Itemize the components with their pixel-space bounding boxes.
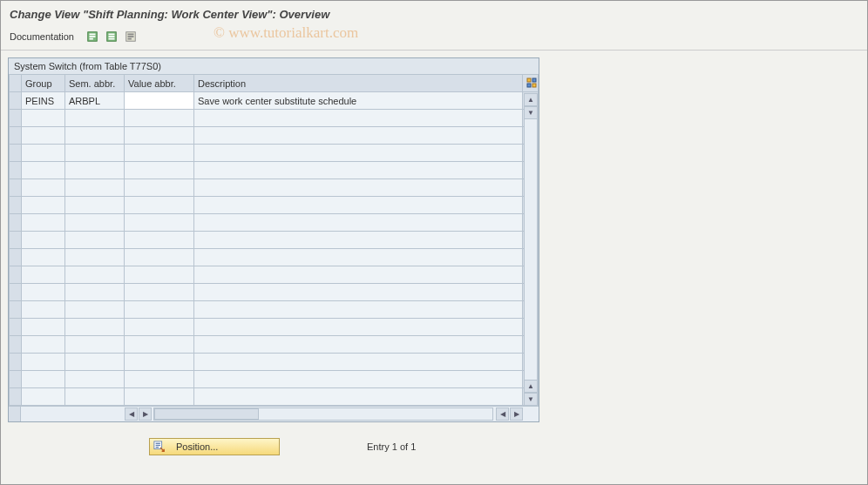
cell-description[interactable] bbox=[194, 145, 523, 162]
cell-value-abbr[interactable] bbox=[125, 301, 194, 319]
hscroll-thumb[interactable] bbox=[154, 408, 259, 420]
cell-description[interactable] bbox=[194, 388, 523, 406]
cell-group[interactable] bbox=[22, 145, 65, 162]
cell-group[interactable] bbox=[22, 371, 65, 388]
toolbar-icon-1[interactable] bbox=[85, 29, 100, 44]
vscroll-track[interactable] bbox=[524, 119, 538, 380]
row-selector[interactable] bbox=[10, 110, 22, 127]
cell-group[interactable] bbox=[22, 249, 65, 266]
cell-value-abbr[interactable] bbox=[125, 371, 194, 388]
cell-value-abbr[interactable] bbox=[125, 197, 194, 214]
cell-group[interactable] bbox=[22, 127, 65, 145]
row-selector-header[interactable] bbox=[10, 75, 22, 92]
cell-group[interactable] bbox=[22, 319, 65, 336]
cell-description[interactable] bbox=[194, 336, 523, 354]
row-selector[interactable] bbox=[10, 249, 22, 266]
scroll-right-step-icon[interactable]: ▶ bbox=[139, 408, 152, 421]
cell-value-abbr[interactable] bbox=[125, 92, 194, 110]
cell-sem-abbr[interactable] bbox=[65, 127, 125, 145]
table-row-empty[interactable] bbox=[10, 388, 539, 406]
cell-description[interactable] bbox=[194, 371, 523, 388]
cell-value-abbr[interactable] bbox=[125, 145, 194, 162]
table-row-empty[interactable] bbox=[10, 162, 539, 179]
cell-description[interactable] bbox=[194, 214, 523, 232]
position-button[interactable]: Position... bbox=[149, 438, 280, 455]
row-selector[interactable] bbox=[10, 92, 22, 110]
table-row-empty[interactable] bbox=[10, 354, 539, 371]
hscroll-track[interactable] bbox=[153, 408, 493, 421]
scroll-left-step-icon[interactable]: ◀ bbox=[496, 408, 509, 421]
cell-sem-abbr[interactable] bbox=[65, 371, 125, 388]
cell-sem-abbr[interactable] bbox=[65, 354, 125, 371]
row-selector[interactable] bbox=[10, 197, 22, 214]
cell-value-abbr[interactable] bbox=[125, 179, 194, 197]
table-row-empty[interactable] bbox=[10, 197, 539, 214]
cell-description[interactable] bbox=[194, 179, 523, 197]
col-header-description[interactable]: Description bbox=[194, 75, 523, 92]
scroll-left-icon[interactable]: ◀ bbox=[125, 408, 138, 421]
col-header-value-abbr[interactable]: Value abbr. bbox=[125, 75, 194, 92]
row-selector[interactable] bbox=[10, 179, 22, 197]
vertical-scrollbar[interactable]: ▲ ▼ ▲ ▼ bbox=[524, 93, 538, 406]
table-row-empty[interactable] bbox=[10, 371, 539, 388]
toolbar-icon-2[interactable] bbox=[104, 29, 119, 44]
cell-sem-abbr[interactable] bbox=[65, 162, 125, 179]
table-row-empty[interactable] bbox=[10, 232, 539, 249]
row-selector[interactable] bbox=[10, 371, 22, 388]
cell-sem-abbr[interactable] bbox=[65, 388, 125, 406]
cell-description[interactable] bbox=[194, 284, 523, 301]
cell-value-abbr[interactable] bbox=[125, 388, 194, 406]
cell-group[interactable] bbox=[22, 266, 65, 284]
row-selector[interactable] bbox=[10, 336, 22, 354]
cell-description[interactable] bbox=[194, 319, 523, 336]
table-row-empty[interactable] bbox=[10, 127, 539, 145]
cell-value-abbr[interactable] bbox=[125, 162, 194, 179]
row-selector[interactable] bbox=[10, 354, 22, 371]
scroll-up-step-icon[interactable]: ▲ bbox=[524, 380, 538, 393]
cell-description[interactable] bbox=[194, 249, 523, 266]
table-config-icon[interactable] bbox=[523, 75, 539, 92]
row-selector[interactable] bbox=[10, 127, 22, 145]
cell-sem-abbr[interactable] bbox=[65, 266, 125, 284]
cell-sem-abbr[interactable] bbox=[65, 145, 125, 162]
row-selector[interactable] bbox=[10, 266, 22, 284]
cell-value-abbr[interactable] bbox=[125, 110, 194, 127]
scroll-right-icon[interactable]: ▶ bbox=[510, 408, 523, 421]
value-abbr-input[interactable] bbox=[125, 92, 193, 109]
cell-value-abbr[interactable] bbox=[125, 127, 194, 145]
row-selector[interactable] bbox=[10, 162, 22, 179]
cell-group[interactable] bbox=[22, 388, 65, 406]
cell-sem-abbr[interactable]: ARBPL bbox=[65, 92, 125, 110]
row-selector[interactable] bbox=[10, 232, 22, 249]
documentation-label[interactable]: Documentation bbox=[10, 31, 74, 42]
table-row-empty[interactable] bbox=[10, 319, 539, 336]
cell-value-abbr[interactable] bbox=[125, 232, 194, 249]
cell-sem-abbr[interactable] bbox=[65, 301, 125, 319]
cell-value-abbr[interactable] bbox=[125, 214, 194, 232]
cell-group[interactable] bbox=[22, 336, 65, 354]
cell-description[interactable] bbox=[194, 232, 523, 249]
cell-value-abbr[interactable] bbox=[125, 284, 194, 301]
cell-sem-abbr[interactable] bbox=[65, 214, 125, 232]
cell-group[interactable] bbox=[22, 354, 65, 371]
cell-group[interactable] bbox=[22, 110, 65, 127]
cell-group[interactable] bbox=[22, 197, 65, 214]
cell-description[interactable] bbox=[194, 197, 523, 214]
table-row-empty[interactable] bbox=[10, 336, 539, 354]
row-selector[interactable] bbox=[10, 214, 22, 232]
table-row-empty[interactable] bbox=[10, 284, 539, 301]
cell-description[interactable] bbox=[194, 266, 523, 284]
row-selector[interactable] bbox=[10, 145, 22, 162]
cell-sem-abbr[interactable] bbox=[65, 319, 125, 336]
cell-sem-abbr[interactable] bbox=[65, 249, 125, 266]
cell-description[interactable] bbox=[194, 162, 523, 179]
cell-description[interactable] bbox=[194, 110, 523, 127]
cell-description[interactable] bbox=[194, 301, 523, 319]
cell-value-abbr[interactable] bbox=[125, 319, 194, 336]
cell-description[interactable]: Save work center substitute schedule bbox=[194, 92, 523, 110]
toolbar-icon-3[interactable] bbox=[123, 29, 139, 44]
table-row-empty[interactable] bbox=[10, 301, 539, 319]
cell-description[interactable] bbox=[194, 354, 523, 371]
col-header-group[interactable]: Group bbox=[22, 75, 65, 92]
cell-description[interactable] bbox=[194, 127, 523, 145]
